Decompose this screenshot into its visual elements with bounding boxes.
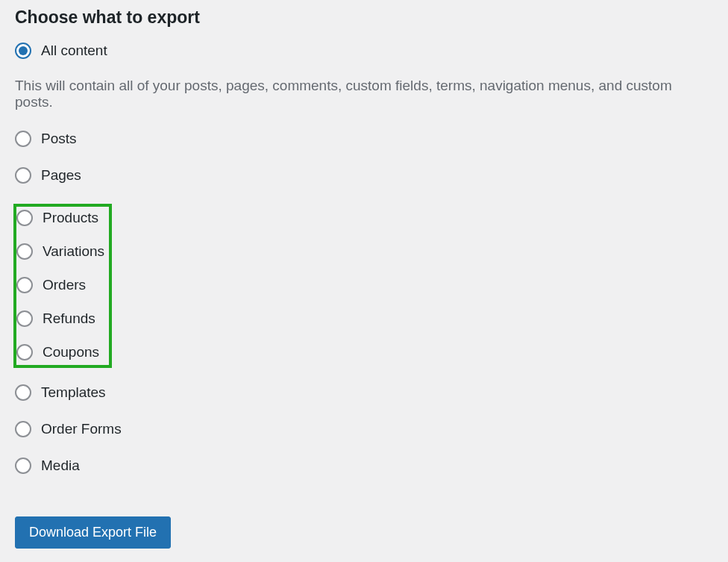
option-media-label: Media [41, 458, 80, 474]
option-coupons-label: Coupons [43, 344, 99, 360]
option-refunds[interactable]: Refunds [16, 310, 104, 327]
option-coupons[interactable]: Coupons [16, 344, 104, 360]
section-heading: Choose what to export [15, 7, 713, 28]
option-all-content-label: All content [41, 43, 107, 59]
radio-orders[interactable] [16, 277, 33, 293]
all-content-description: This will contain all of your posts, pag… [15, 78, 713, 110]
radio-all-content[interactable] [15, 43, 31, 59]
radio-refunds[interactable] [16, 310, 33, 327]
option-products-label: Products [43, 210, 98, 226]
option-order-forms-label: Order Forms [41, 421, 122, 437]
option-orders-label: Orders [43, 277, 86, 293]
download-export-button[interactable]: Download Export File [15, 516, 171, 549]
option-refunds-label: Refunds [43, 310, 95, 327]
radio-pages[interactable] [15, 167, 31, 184]
radio-inner-icon [19, 46, 28, 55]
radio-media[interactable] [15, 458, 31, 474]
option-posts-label: Posts [41, 131, 77, 147]
option-order-forms[interactable]: Order Forms [15, 421, 713, 437]
option-variations[interactable]: Variations [16, 243, 104, 260]
option-products[interactable]: Products [16, 210, 104, 226]
option-media[interactable]: Media [15, 458, 713, 474]
option-pages[interactable]: Pages [15, 167, 713, 184]
option-templates-label: Templates [41, 384, 106, 401]
option-templates[interactable]: Templates [15, 384, 713, 401]
option-pages-label: Pages [41, 167, 81, 184]
option-posts[interactable]: Posts [15, 131, 713, 147]
radio-products[interactable] [16, 210, 33, 226]
radio-coupons[interactable] [16, 344, 33, 360]
radio-templates[interactable] [15, 384, 31, 401]
radio-posts[interactable] [15, 131, 31, 147]
highlighted-options-group: Products Variations Orders Refunds Coupo… [13, 204, 112, 368]
option-orders[interactable]: Orders [16, 277, 104, 293]
option-variations-label: Variations [43, 243, 104, 260]
radio-order-forms[interactable] [15, 421, 31, 437]
radio-variations[interactable] [16, 243, 33, 260]
option-all-content[interactable]: All content [15, 43, 713, 59]
